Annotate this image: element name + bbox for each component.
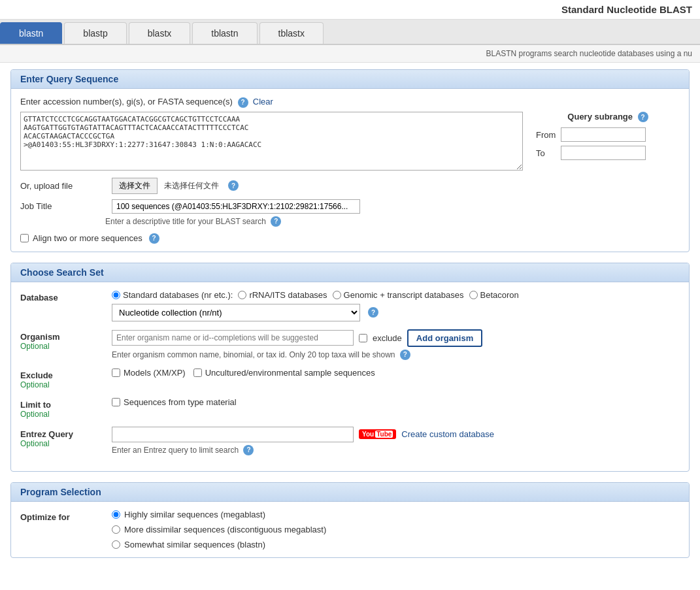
program-section-title: Program Selection <box>11 483 689 502</box>
organism-hint-help-icon[interactable]: ? <box>400 350 410 360</box>
database-radio-group: Standard databases (nr etc.): rRNA/ITS d… <box>112 290 680 300</box>
db-rrna-radio[interactable] <box>238 291 246 299</box>
exclude-checkbox[interactable] <box>359 334 367 342</box>
optimize-label: Optimize for <box>20 510 105 522</box>
job-title-hint: Enter a descriptive title for your BLAST… <box>105 216 680 227</box>
organism-optional: Optional <box>20 342 105 351</box>
megablast-radio[interactable] <box>112 510 120 519</box>
query-section-title: Enter Query Sequence <box>11 70 689 89</box>
clear-link[interactable]: Clear <box>253 97 273 107</box>
query-section: Enter Query Sequence Enter accession num… <box>10 69 690 252</box>
job-title-input[interactable] <box>112 199 360 214</box>
to-label: To <box>536 148 556 158</box>
exclude-options: Models (XM/XP) Uncultured/environmental … <box>112 368 375 378</box>
uncultured-checkbox[interactable] <box>193 369 202 377</box>
to-input[interactable] <box>561 146 646 160</box>
organism-input-row: exclude Add organism <box>112 329 680 347</box>
tab-tblastn[interactable]: tblastn <box>192 22 257 44</box>
entrez-hint: Enter an Entrez query to limit search ? <box>112 445 680 455</box>
exclude-label: exclude <box>373 333 402 343</box>
megablast-label: Highly similar sequences (megablast) <box>124 510 265 519</box>
exclude-field-label: Exclude Optional <box>20 368 105 389</box>
query-textarea-wrap: GTTATCTCCCTCGCAGGTAATGGACATACGGCGTCAGCTG… <box>20 112 523 172</box>
program-section: Program Selection Optimize for Highly si… <box>10 482 690 558</box>
search-set-section: Choose Search Set Database Standard data… <box>10 263 690 472</box>
db-rrna-label: rRNA/ITS databases <box>249 290 327 300</box>
limit-optional: Optional <box>20 410 105 419</box>
db-betacorona-label: Betacoron <box>480 290 519 300</box>
job-title-help-icon[interactable]: ? <box>271 216 281 227</box>
add-organism-button[interactable]: Add organism <box>407 329 482 347</box>
description-text: BLASTN programs search nucleotide databa… <box>486 49 692 58</box>
discontig-label: More dissimilar sequences (discontiguous… <box>124 525 326 534</box>
db-option-standard: Standard databases (nr etc.): <box>112 290 233 300</box>
create-custom-db-link[interactable]: Create custom database <box>401 429 494 439</box>
organism-hint: Enter organism common name, binomial, or… <box>112 350 680 360</box>
job-title-label: Job Title <box>20 201 105 211</box>
tab-tblastx[interactable]: tblastx <box>259 22 324 44</box>
youtube-tube: Tube <box>375 431 393 438</box>
program-discontig: More dissimilar sequences (discontiguous… <box>112 525 326 534</box>
database-row: Database Standard databases (nr etc.): r… <box>20 290 680 321</box>
blastn-label: Somewhat similar sequences (blastn) <box>124 540 265 549</box>
discontig-radio[interactable] <box>112 525 120 534</box>
type-material-checkbox[interactable] <box>112 398 120 406</box>
program-blastn: Somewhat similar sequences (blastn) <box>112 540 326 549</box>
db-select[interactable]: Nucleotide collection (nr/nt) RefSeq RNA… <box>112 304 360 321</box>
align-checkbox[interactable] <box>20 234 29 242</box>
uncultured-checkbox-label: Uncultured/environmental sample sequence… <box>193 368 375 378</box>
organism-label: Organism Optional <box>20 329 105 351</box>
tab-blastn[interactable]: blastn <box>0 22 62 44</box>
align-label: Align two or more sequences <box>33 233 142 243</box>
program-row: Optimize for Highly similar sequences (m… <box>20 510 680 549</box>
program-options: Highly similar sequences (megablast) Mor… <box>112 510 326 549</box>
database-label: Database <box>20 290 105 303</box>
page-header: Standard Nucleotide BLAST <box>0 0 700 20</box>
from-label: From <box>536 130 556 140</box>
query-textarea[interactable]: GTTATCTCCCTCGCAGGTAATGGACATACGGCGTCAGCTG… <box>20 112 523 171</box>
from-input[interactable] <box>561 127 646 142</box>
db-select-help-icon[interactable]: ? <box>368 307 378 318</box>
organism-row: Organism Optional exclude Add organism E… <box>20 329 680 360</box>
exclude-row: Exclude Optional Models (XM/XP) Uncultur… <box>20 368 680 389</box>
db-betacorona-radio[interactable] <box>469 291 478 299</box>
db-standard-label: Standard databases (nr etc.): <box>123 290 233 300</box>
type-material-label: Sequences from type material <box>112 397 237 407</box>
entrez-row: Entrez Query Optional YouTube Create cus… <box>20 427 680 455</box>
file-upload-button[interactable]: 选择文件 <box>112 178 158 194</box>
db-option-rrna: rRNA/ITS databases <box>238 290 327 300</box>
blastn-radio[interactable] <box>112 540 120 549</box>
youtube-you: You <box>362 431 374 438</box>
db-genomic-radio[interactable] <box>333 291 341 299</box>
query-input-label: Enter accession number(s), gi(s), or FAS… <box>20 97 680 108</box>
youtube-badge[interactable]: YouTube <box>359 429 396 439</box>
models-checkbox-label: Models (XM/XP) <box>112 368 186 378</box>
entrez-input[interactable] <box>112 427 354 442</box>
subrange-title: Query subrange ? <box>536 112 680 123</box>
upload-label: Or, upload file <box>20 181 105 191</box>
page-title: Standard Nucleotide BLAST <box>561 4 692 15</box>
db-option-genomic: Genomic + transcript databases <box>333 290 464 300</box>
models-checkbox[interactable] <box>112 369 120 377</box>
limit-row: Limit to Optional Sequences from type ma… <box>20 397 680 419</box>
query-subrange: Query subrange ? From To <box>536 112 680 165</box>
tab-blastp[interactable]: blastp <box>64 22 126 44</box>
tab-blastx[interactable]: blastx <box>129 22 191 44</box>
limit-options: Sequences from type material <box>112 397 237 407</box>
db-genomic-label: Genomic + transcript databases <box>344 290 464 300</box>
entrez-input-row: YouTube Create custom database <box>112 427 680 442</box>
exclude-optional: Optional <box>20 380 105 389</box>
program-megablast: Highly similar sequences (megablast) <box>112 510 326 519</box>
search-set-title: Choose Search Set <box>11 263 689 282</box>
db-option-betacorona: Betacoron <box>469 290 519 300</box>
subrange-help-icon[interactable]: ? <box>638 112 648 122</box>
file-name: 未选择任何文件 <box>164 180 219 191</box>
description-bar: BLASTN programs search nucleotide databa… <box>0 45 700 63</box>
align-help-icon[interactable]: ? <box>149 233 159 244</box>
upload-help-icon[interactable]: ? <box>228 180 239 191</box>
db-standard-radio[interactable] <box>112 291 120 299</box>
organism-input[interactable] <box>112 330 354 346</box>
query-help-icon[interactable]: ? <box>238 97 248 108</box>
tabs-bar: blastn blastp blastx tblastn tblastx <box>0 20 700 45</box>
entrez-help-icon[interactable]: ? <box>243 445 254 455</box>
